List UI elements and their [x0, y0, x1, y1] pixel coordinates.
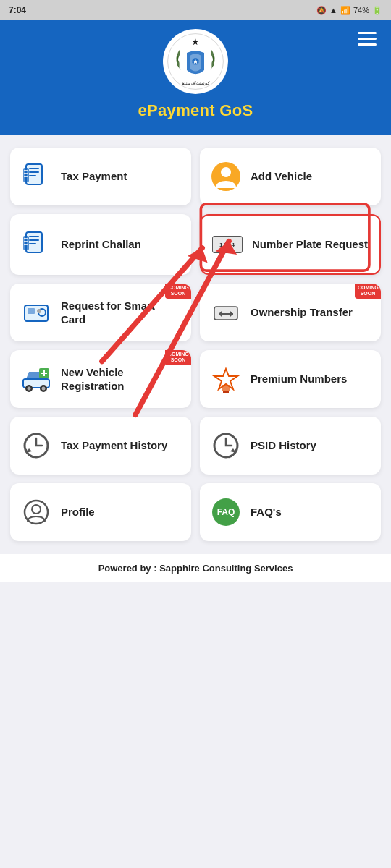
- ownership-transfer-label: Ownership Transfer: [251, 305, 353, 320]
- premium-numbers-label: Premium Numbers: [251, 372, 347, 386]
- svg-rect-18: [29, 243, 36, 244]
- grid-annotation-wrapper: Tax Payment Add Vehicle: [0, 135, 391, 548]
- svg-point-14: [221, 167, 231, 177]
- svg-rect-6: [29, 168, 39, 169]
- status-time: 7:04: [9, 5, 26, 15]
- add-vehicle-label: Add Vehicle: [251, 169, 312, 184]
- status-bar: 7:04 🔕 ▲ 📶 74% 🔋: [0, 0, 391, 20]
- psid-history-label: PSID History: [251, 438, 316, 453]
- faq-icon-text: FAQ: [217, 507, 235, 517]
- svg-text:گورنمنٹ آف سندھ: گورنمنٹ آف سندھ: [182, 81, 211, 86]
- svg-rect-9: [23, 168, 29, 182]
- card-smart-card[interactable]: COMINGSOON Request for Smart Card: [10, 284, 191, 341]
- svg-point-32: [28, 387, 31, 391]
- footer-prefix: Powered by :: [98, 563, 160, 574]
- ownership-coming-soon: COMINGSOON: [355, 284, 381, 299]
- tax-payment-label: Tax Payment: [61, 169, 127, 184]
- reprint-challan-icon: [20, 229, 52, 260]
- logo-circle: گورنمنٹ آف سندھ: [163, 29, 228, 94]
- premium-numbers-icon: [210, 363, 242, 395]
- number-plate-icon: 1234: [211, 229, 243, 260]
- new-vehicle-label: New Vehicle Registration: [61, 365, 181, 393]
- card-profile[interactable]: Profile: [10, 483, 191, 541]
- card-faqs[interactable]: FAQ FAQ's: [200, 483, 381, 541]
- card-premium-numbers[interactable]: Premium Numbers: [200, 350, 381, 408]
- psid-history-icon: [210, 430, 242, 461]
- footer: Powered by : Sapphire Consulting Service…: [0, 554, 391, 582]
- battery-icon: 🔋: [372, 6, 382, 15]
- tax-history-icon: [20, 430, 52, 461]
- number-plate-label: Number Plate Request: [252, 237, 368, 252]
- svg-rect-24: [28, 308, 35, 314]
- signal-icon: 📶: [340, 6, 350, 15]
- status-icons: 🔕 ▲ 📶 74% 🔋: [316, 6, 382, 15]
- tax-history-label: Tax Payment History: [61, 438, 167, 453]
- profile-icon: [20, 496, 52, 528]
- svg-rect-17: [29, 239, 39, 241]
- svg-rect-8: [29, 175, 36, 176]
- app-title-text: ePayment: [138, 101, 220, 119]
- svg-rect-39: [223, 391, 229, 393]
- reprint-challan-label: Reprint Challan: [61, 237, 141, 252]
- svg-point-26: [37, 309, 41, 313]
- faqs-icon: FAQ: [210, 496, 242, 528]
- add-vehicle-icon: [210, 161, 242, 192]
- tax-payment-icon: [20, 161, 52, 192]
- smart-card-coming-soon: COMINGSOON: [165, 284, 191, 299]
- footer-company: Sapphire Consulting Services: [159, 563, 293, 574]
- faqs-label: FAQ's: [251, 505, 282, 519]
- logo-svg: گورنمنٹ آف سندھ: [167, 33, 224, 90]
- smart-card-label: Request for Smart Card: [61, 299, 181, 327]
- app-title-highlight: GoS: [219, 101, 253, 119]
- menu-grid: Tax Payment Add Vehicle: [0, 135, 391, 548]
- svg-point-34: [42, 387, 46, 391]
- profile-label: Profile: [61, 505, 95, 519]
- svg-rect-16: [29, 236, 39, 237]
- card-tax-payment-history[interactable]: Tax Payment History: [10, 417, 191, 475]
- svg-rect-38: [222, 385, 230, 391]
- card-psid-history[interactable]: PSID History: [200, 417, 381, 475]
- card-tax-payment[interactable]: Tax Payment: [10, 148, 191, 205]
- hamburger-button[interactable]: [355, 29, 379, 48]
- new-vehicle-coming-soon: COMINGSOON: [165, 350, 191, 365]
- new-vehicle-icon: [20, 363, 52, 395]
- card-add-vehicle[interactable]: Add Vehicle: [200, 148, 381, 205]
- smart-card-icon: [20, 297, 52, 328]
- wifi-icon: ▲: [329, 6, 337, 14]
- svg-rect-19: [23, 236, 29, 250]
- card-reprint-challan[interactable]: Reprint Challan: [10, 214, 191, 275]
- svg-rect-7: [29, 171, 39, 173]
- ownership-transfer-icon: [210, 297, 242, 328]
- app-header: گورنمنٹ آف سندھ ePayment GoS: [0, 20, 391, 135]
- card-new-vehicle-reg[interactable]: COMINGSOON New Vehicle Registration: [10, 350, 191, 408]
- card-number-plate[interactable]: 1234 Number Plate Request: [200, 214, 381, 275]
- mute-icon: 🔕: [316, 6, 327, 15]
- battery-text: 74%: [353, 6, 369, 14]
- svg-point-45: [32, 505, 41, 514]
- card-ownership-transfer[interactable]: COMINGSOON Ownership Transfer: [200, 284, 381, 341]
- app-title: ePayment GoS: [138, 101, 253, 120]
